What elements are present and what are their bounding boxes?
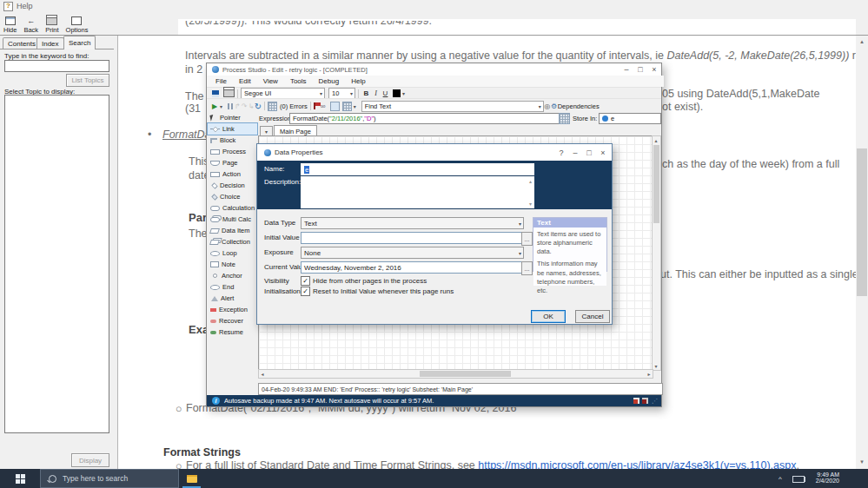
play-icon[interactable]: ▶ xyxy=(211,102,218,109)
exposure-select[interactable]: None ▾ xyxy=(301,247,524,259)
minimize-button[interactable]: – xyxy=(620,64,633,75)
initial-value-input[interactable] xyxy=(301,232,522,244)
tool-process[interactable]: Process xyxy=(208,146,257,157)
bold-button[interactable]: B xyxy=(361,89,371,98)
save-icon[interactable] xyxy=(212,90,219,97)
tab-search[interactable]: Search xyxy=(63,36,96,49)
tool-alert[interactable]: Alert xyxy=(208,293,257,304)
name-input[interactable]: e xyxy=(301,163,534,175)
initialisation-checkbox[interactable]: ✓ xyxy=(301,287,310,296)
scroll-up-icon[interactable]: ▴ xyxy=(856,37,868,46)
doc-scrollbar[interactable]: ▴ ▾ xyxy=(856,36,868,469)
tool-resume[interactable]: Resume xyxy=(208,326,257,338)
step-out-icon[interactable]: ↳ xyxy=(248,102,255,109)
description-textarea[interactable]: ▴ ▾ xyxy=(301,176,534,208)
ok-button[interactable]: OK xyxy=(531,310,566,323)
cancel-button[interactable]: Cancel xyxy=(575,310,610,323)
tool-pointer[interactable]: Pointer xyxy=(208,112,257,123)
chevron-down-icon[interactable]: ▾ xyxy=(401,90,407,96)
scroll-right-icon[interactable]: ▸ xyxy=(646,370,653,377)
dialog-maximize-button[interactable]: □ xyxy=(582,148,596,158)
topics-listbox[interactable] xyxy=(4,95,109,433)
dialog-help-button[interactable]: ? xyxy=(554,148,568,158)
maximize-button[interactable]: □ xyxy=(633,64,647,75)
menu-debug[interactable]: Debug xyxy=(313,77,346,85)
resize-grip-icon[interactable]: ⋰ xyxy=(652,398,658,405)
italic-button[interactable]: I xyxy=(371,89,381,98)
display-button[interactable]: Display xyxy=(71,453,109,467)
tool-data-item[interactable]: Data Item xyxy=(208,225,257,236)
keyword-input[interactable] xyxy=(4,60,109,72)
find-text-combo[interactable]: Find Text ▾ xyxy=(361,101,544,112)
tool-loop[interactable]: Loop xyxy=(208,247,257,259)
breakpoint-flag-icon[interactable] xyxy=(314,102,315,109)
scroll-up-icon[interactable]: ▴ xyxy=(529,178,532,184)
chevron-down-icon[interactable]: ▾ xyxy=(352,103,358,109)
list-topics-button[interactable]: List Topics xyxy=(66,74,109,87)
scroll-down-icon[interactable]: ▾ xyxy=(856,458,868,466)
menu-help[interactable]: Help xyxy=(345,77,371,85)
menu-view[interactable]: View xyxy=(257,77,284,85)
tool-multi-calc[interactable]: Multi Calc xyxy=(208,214,257,225)
scroll-up-icon[interactable]: ▴ xyxy=(653,136,659,143)
canvas-hscroll-thumb[interactable] xyxy=(420,371,511,377)
step-over-icon[interactable]: ↷ xyxy=(241,102,248,109)
canvas-hscrollbar[interactable]: ◂ ▸ xyxy=(258,369,653,379)
current-value-browse-button[interactable]: ... xyxy=(521,261,533,275)
zoom-icon[interactable] xyxy=(330,102,340,111)
tool-note[interactable]: Note xyxy=(208,259,257,270)
tool-anchor[interactable]: Anchor xyxy=(208,270,257,281)
menu-edit[interactable]: Edit xyxy=(233,77,257,85)
close-button[interactable]: × xyxy=(647,64,661,75)
dependencies-icon[interactable]: ⚙ xyxy=(551,102,558,109)
start-button[interactable] xyxy=(0,469,40,488)
doc-scrollbar-thumb[interactable] xyxy=(857,148,867,296)
print-icon[interactable] xyxy=(223,89,235,97)
expression-input[interactable]: FormatDate("2/11/2016", "D") xyxy=(289,113,560,124)
hide-button[interactable]: Hide xyxy=(3,13,17,34)
back-button[interactable]: ← Back xyxy=(23,13,38,34)
step-in-icon[interactable]: ↱ xyxy=(234,102,241,109)
tool-decision[interactable]: Decision xyxy=(208,180,257,191)
tool-page[interactable]: Page xyxy=(208,157,257,168)
taskbar-search[interactable]: Type here to search xyxy=(40,469,179,488)
expression-editor-button[interactable] xyxy=(559,113,570,124)
find-icon[interactable]: ◎ xyxy=(544,102,551,109)
initial-value-browse-button[interactable]: ... xyxy=(521,232,533,246)
panel-icon[interactable] xyxy=(342,102,352,111)
errors-label[interactable]: (0) Errors xyxy=(280,102,308,110)
font-color-swatch[interactable] xyxy=(393,89,401,97)
current-value-input[interactable]: Wednesday, November 2, 2016 xyxy=(301,261,522,274)
scroll-down-icon[interactable]: ▾ xyxy=(529,201,532,207)
tab-contents[interactable]: Contents xyxy=(3,37,41,49)
print-button[interactable]: Print xyxy=(45,13,58,34)
tool-link[interactable]: Link xyxy=(208,123,257,135)
scroll-down-icon[interactable]: ▾ xyxy=(653,362,659,369)
tool-action[interactable]: Action xyxy=(208,168,257,180)
options-button[interactable]: Options xyxy=(66,13,89,34)
initialisation-checkbox-label[interactable]: Reset to Initial Value whenever this pag… xyxy=(313,287,454,295)
scroll-left-icon[interactable]: ◂ xyxy=(259,371,266,378)
menu-file[interactable]: File xyxy=(209,77,233,85)
tool-recover[interactable]: Recover xyxy=(208,315,257,326)
tool-choice[interactable]: Choice xyxy=(208,191,257,202)
tool-exception[interactable]: Exception xyxy=(208,304,257,315)
dialog-close-button[interactable]: × xyxy=(596,148,610,158)
dialog-minimize-button[interactable]: – xyxy=(568,148,582,158)
taskbar-file-explorer[interactable] xyxy=(181,469,202,488)
visibility-checkbox[interactable]: ✓ xyxy=(301,276,310,286)
status-flag2-icon[interactable] xyxy=(642,398,648,404)
watch-icon[interactable]: ∞ xyxy=(320,102,327,109)
status-flag-icon[interactable] xyxy=(633,398,639,404)
dialog-titlebar[interactable]: Data Properties ? – □ × xyxy=(257,144,612,161)
tool-end[interactable]: End xyxy=(208,281,257,293)
reset-icon[interactable]: ↻ xyxy=(255,102,262,109)
visibility-checkbox-label[interactable]: Hide from other pages in the process xyxy=(313,277,427,285)
canvas-vscrollbar[interactable]: ▴ ▾ xyxy=(652,135,661,371)
underline-button[interactable]: U xyxy=(381,89,390,98)
tray-chevron-icon[interactable]: ^ xyxy=(779,475,782,483)
store-in-input[interactable]: e xyxy=(599,113,661,124)
dependencies-label[interactable]: Dependencies xyxy=(558,102,600,110)
tab-index[interactable]: Index xyxy=(36,37,64,49)
menu-tools[interactable]: Tools xyxy=(284,77,313,85)
